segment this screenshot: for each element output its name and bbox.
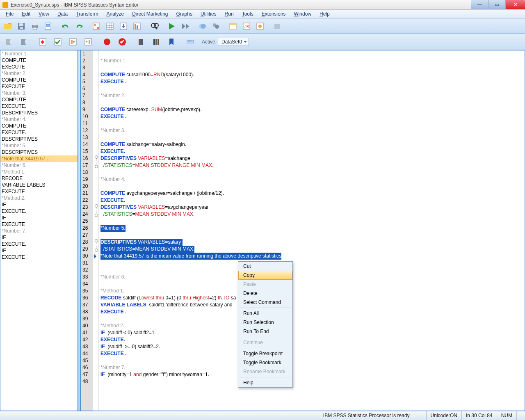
menu-view[interactable]: View (34, 10, 53, 18)
menu-extensions[interactable]: Extensions (258, 10, 290, 18)
code-line[interactable]: *Number 2. (99, 92, 525, 99)
venn-button[interactable] (196, 20, 208, 32)
ctx-run-to-end[interactable]: Run To End (238, 327, 292, 336)
ctx-toggle-bookmark[interactable]: Toggle Bookmark (238, 358, 292, 367)
find-button[interactable] (148, 20, 160, 32)
rec-button[interactable] (100, 35, 114, 49)
output-button[interactable] (271, 20, 283, 32)
open-button[interactable] (2, 20, 14, 32)
nav-item[interactable]: IF (0, 215, 78, 221)
preview-button[interactable] (42, 20, 55, 32)
code-line[interactable]: /STATISTICS=MEAN STDDEV MIN MAX. (99, 246, 525, 253)
nav-item[interactable]: *Number 2. (0, 70, 78, 77)
code-line[interactable]: * Number 1. (99, 57, 525, 64)
nav-item[interactable]: DESCRIPTIVES (0, 136, 78, 142)
code-line[interactable] (99, 232, 525, 239)
code-line[interactable]: /STATISTICS=MEAN STDDEV MIN MAX. (99, 211, 525, 218)
code-line[interactable] (99, 85, 525, 92)
code-line[interactable]: IF (saldiff < 0) saldiff2=1. (99, 329, 525, 336)
menu-direct-marketing[interactable]: Direct Marketing (128, 10, 172, 18)
minimize-button[interactable]: ― (471, 0, 488, 9)
report-button[interactable] (131, 20, 143, 32)
menu-edit[interactable]: Edit (18, 10, 34, 18)
code-line[interactable] (99, 183, 525, 190)
dialog-button[interactable] (227, 20, 239, 32)
code-line[interactable]: COMPUTE careerexp=SUM(jobtime,prevexp). (99, 106, 525, 113)
bp-on-button[interactable] (17, 35, 31, 49)
nav-item[interactable]: EXECUTE. (0, 208, 78, 215)
nav-item[interactable]: *Number 5. (0, 142, 78, 149)
ctx-cut[interactable]: Cut (238, 262, 292, 271)
nav-item[interactable]: *Method 1. (0, 169, 78, 175)
nav-item[interactable]: IF (0, 201, 78, 208)
code-line[interactable]: EXECUTE . (99, 113, 525, 120)
redo-button[interactable] (73, 20, 85, 32)
code-line[interactable]: /STATISTICS=MEAN STDDEV RANGE MIN MAX. (99, 162, 525, 169)
nav-item[interactable]: DESCRIPTIVES (0, 110, 78, 116)
menu-analyze[interactable]: Analyze (102, 10, 128, 18)
code-line[interactable]: COMPUTE cursal1000=RND(salary/1000). (99, 71, 525, 78)
command-navigator[interactable]: * Number 1.COMPUTEEXECUTE*Number 2.COMPU… (0, 50, 78, 411)
save-button[interactable] (15, 20, 27, 32)
run-button[interactable] (165, 20, 178, 32)
step2-button[interactable] (81, 35, 95, 49)
nav-item[interactable]: EXECUTE. (0, 241, 78, 247)
code-line[interactable]: EXECUTE . (99, 308, 525, 315)
menu-graphs[interactable]: Graphs (172, 10, 196, 18)
ctx-delete[interactable]: Delete (238, 289, 292, 298)
code-line[interactable]: EXECUTE. (99, 148, 525, 155)
books-button[interactable] (149, 35, 163, 49)
code-line[interactable]: *Number 7. (99, 364, 525, 371)
menu-tools[interactable]: Tools (238, 10, 258, 18)
tick-button[interactable] (51, 35, 65, 49)
download-button[interactable] (117, 20, 130, 32)
nav-item[interactable]: EXECUTE. (0, 103, 78, 110)
nav-item[interactable]: RECODE (0, 175, 78, 182)
shapes-button[interactable] (210, 20, 222, 32)
nav-item[interactable]: EXECUTE (0, 83, 78, 90)
nav-item[interactable]: COMPUTE (0, 57, 78, 64)
skip-button[interactable] (179, 20, 191, 32)
nav-item[interactable]: * Number 1. (0, 50, 78, 57)
code-line[interactable]: EXECUTE . (99, 350, 525, 357)
js-button[interactable]: JS (240, 20, 253, 32)
nav-item[interactable]: *Number 4. (0, 116, 78, 123)
bp-off-button[interactable] (2, 35, 16, 49)
star-button[interactable]: ✱ (36, 35, 50, 49)
nav-item[interactable]: *Number 7. (0, 228, 78, 234)
menu-data[interactable]: Data (53, 10, 72, 18)
ctx-select-command[interactable]: Select Command (238, 298, 292, 307)
nav-item[interactable]: COMPUTE (0, 123, 78, 129)
code-line[interactable]: EXECUTE. (99, 197, 525, 204)
active-dataset-dropdown[interactable]: DataSet0 (218, 38, 249, 46)
nav-item[interactable]: VARIABLE LABELS (0, 182, 78, 188)
nav-item[interactable]: *Number 6. (0, 162, 78, 169)
code-line[interactable] (99, 267, 525, 274)
code-line[interactable] (99, 357, 525, 364)
code-line[interactable]: *Number 5. (99, 225, 525, 232)
nav-item[interactable]: *Method 2. (0, 195, 78, 201)
code-line[interactable] (99, 378, 525, 385)
code-line[interactable] (99, 260, 525, 267)
code-area[interactable]: * Number 1.COMPUTE cursal1000=RND(salary… (99, 50, 525, 411)
code-line[interactable]: DESCRIPTIVES VARIABLES=salchange (99, 155, 525, 162)
undo-button[interactable] (59, 20, 72, 32)
menu-transform[interactable]: Transform (72, 10, 102, 18)
nav-item[interactable]: EXECUTE (0, 64, 78, 70)
code-line[interactable]: *Method 1. (99, 288, 525, 294)
close-button[interactable]: ✕ (505, 0, 525, 9)
code-line[interactable]: IF (saldiff >= 0) saldiff2=2. (99, 343, 525, 350)
nav-item[interactable]: EXECUTE. (0, 129, 78, 136)
code-line[interactable]: DESCRIPTIVES VARIABLES=salary (99, 239, 525, 246)
nav-item[interactable]: *Number 3. (0, 90, 78, 96)
menu-run[interactable]: Run (221, 10, 238, 18)
nav-item[interactable]: COMPUTE (0, 77, 78, 83)
code-line[interactable]: DESCRIPTIVES VARIABLES=avgchangeperyear (99, 204, 525, 211)
step-button[interactable] (66, 35, 80, 49)
maximize-button[interactable]: ▭ (488, 0, 505, 9)
code-line[interactable]: RECODE saldiff (Lowest thru 0=1) (0 thru… (99, 294, 525, 301)
ok-button[interactable] (115, 35, 129, 49)
code-line[interactable]: *Note that 34419.57 is the mean value fr… (99, 253, 525, 260)
code-line[interactable] (99, 218, 525, 225)
code-line[interactable]: EXECUTE. (99, 336, 525, 343)
